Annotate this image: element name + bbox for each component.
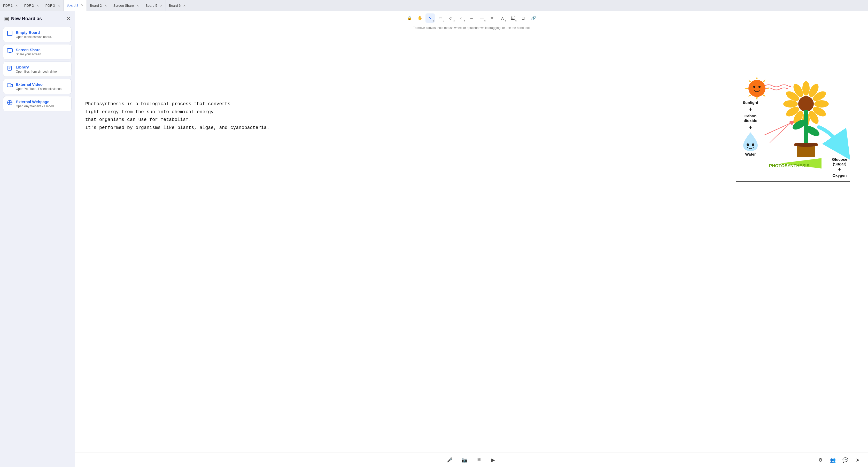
svg-point-15 [758,86,761,88]
toolbar-hint: To move canvas, hold mouse wheel or spac… [75,25,868,30]
empty-board-title: Empty Board [16,30,52,35]
tool-arrow[interactable]: → [467,13,476,23]
tool-select[interactable]: ↖1 [426,13,435,23]
tab-board1[interactable]: Board 1✕ [64,0,87,11]
tab-close-pdf2[interactable]: ✕ [36,4,39,7]
tool-line[interactable]: —5 [477,13,487,23]
text-icon: A [501,16,504,21]
sidebar-header-left: ▣ New Board as [4,16,42,22]
rectangle-shortcut: 2 [443,19,444,22]
svg-text:dioxide: dioxide [744,118,757,123]
tab-close-pdf3[interactable]: ✕ [58,4,60,7]
svg-rect-1 [7,49,12,52]
tab-label-pdf1: PDF 1 [3,4,13,7]
circle-icon: ○ [460,16,462,21]
tab-label-pdf2: PDF 2 [24,4,34,7]
tab-label-board1: Board 1 [67,3,79,7]
tab-close-board6[interactable]: ✕ [183,4,186,7]
sidebar-item-library[interactable]: LibraryOpen files from simpech drive. [3,61,71,77]
external-video-desc: Open YouTube, Facebook videos [16,87,61,91]
svg-text:+: + [749,124,752,130]
external-webpage-title: External Webpage [16,99,54,104]
tab-close-board5[interactable]: ✕ [160,4,162,7]
eraser-icon: ◻ [522,16,525,21]
library-title: Library [16,65,58,69]
svg-marker-10 [748,94,751,98]
tool-link[interactable]: 🔗 [529,13,538,23]
svg-rect-0 [7,31,12,36]
tab-pdf3[interactable]: PDF 3✕ [42,0,64,11]
screen-share-button[interactable]: 🖥 [473,455,484,465]
tab-board6[interactable]: Board 6✕ [166,0,189,11]
svg-marker-24 [788,85,792,87]
sidebar-item-external-video[interactable]: External VideoOpen YouTube, Facebook vid… [3,79,71,94]
tab-bar: PDF 1✕PDF 2✕PDF 3✕Board 1✕Board 2✕Screen… [0,0,868,11]
svg-marker-5 [756,76,758,79]
chat-button[interactable]: 💬 [840,455,850,465]
record-button[interactable]: ▶ [488,455,498,465]
screen-share-icon [7,48,13,55]
tab-close-pdf1[interactable]: ✕ [15,4,18,7]
sidebar: ▣ New Board as ✕ Empty BoardOpen blank c… [0,11,75,467]
sidebar-header: ▣ New Board as ✕ [3,16,71,22]
svg-point-38 [783,100,798,108]
tab-label-pdf3: PDF 3 [45,4,55,7]
tab-screenshare[interactable]: Screen Share✕ [110,0,143,11]
svg-point-29 [802,81,810,96]
diamond-icon: ◇ [449,16,452,21]
mic-button[interactable]: 🎤 [444,455,455,465]
sidebar-item-external-webpage[interactable]: External WebpageOpen Any Website / Embed [3,96,71,111]
text-shortcut: 6 [505,19,506,22]
select-shortcut: 1 [433,19,434,22]
sidebar-item-empty-board[interactable]: Empty BoardOpen blank canvas board. [3,27,71,42]
tool-hand[interactable]: ✋ [415,13,425,23]
diamond-shortcut: 3 [454,19,455,22]
empty-board-desc: Open blank canvas board. [16,35,52,39]
photosynthesis-diagram: Sunlight + Cabon dioxide + [734,70,852,184]
canvas-content[interactable]: Photosynthesis is a biological process t… [75,30,868,453]
tab-close-board2[interactable]: ✕ [104,4,107,7]
exit-button[interactable]: ➤ [852,455,863,465]
sidebar-item-screen-share[interactable]: Screen ShareShare your screen [3,44,71,59]
tab-label-board5: Board 5 [146,4,157,7]
tab-more-button[interactable]: ⋮ [189,0,199,11]
empty-board-icon [7,30,13,37]
select-icon: ↖ [429,16,432,21]
sidebar-close-button[interactable]: ✕ [67,16,70,22]
people-button[interactable]: 👥 [828,455,838,465]
tool-pen[interactable]: ✏ [488,13,497,23]
svg-point-13 [748,80,766,97]
tab-pdf2[interactable]: PDF 2✕ [21,0,42,11]
image-shortcut: 5 [516,19,517,22]
svg-rect-2 [8,66,11,70]
external-webpage-text: External WebpageOpen Any Website / Embed [16,99,54,108]
camera-button[interactable]: 📷 [459,455,469,465]
tool-text[interactable]: A6 [498,13,507,23]
screen-share-text: Screen ShareShare your screen [16,48,41,56]
tab-close-board1[interactable]: ✕ [81,4,84,7]
tab-pdf1[interactable]: PDF 1✕ [0,0,21,11]
tool-rectangle[interactable]: ▭2 [436,13,445,23]
settings-button[interactable]: ⚙ [815,455,826,465]
tab-board2[interactable]: Board 2✕ [87,0,110,11]
svg-point-41 [798,96,814,112]
tool-image[interactable]: 🖼5 [508,13,518,23]
bottom-bar: 🎤 📷 🖥 ▶ ⚙ 👥 💬 ➤ [75,453,868,467]
tab-close-screenshare[interactable]: ✕ [136,4,139,7]
tool-diamond[interactable]: ◇3 [446,13,456,23]
tool-lock[interactable]: 🔒 [405,13,414,23]
canvas-annotation-text: Photosynthesis is a biological process t… [85,100,270,132]
tool-eraser[interactable]: ◻ [519,13,528,23]
svg-marker-12 [748,79,751,83]
board-icon: ▣ [4,16,9,22]
canvas-area: 🔒✋↖1▭2◇3○4→—5✏A6🖼5◻🔗 To move canvas, hol… [75,11,868,467]
svg-text:(Sugar): (Sugar) [833,162,846,166]
tab-board5[interactable]: Board 5✕ [142,0,166,11]
svg-rect-3 [7,84,11,87]
tool-circle[interactable]: ○4 [457,13,466,23]
sidebar-title: New Board as [11,16,42,22]
svg-point-47 [795,143,817,147]
svg-text:Sunlight: Sunlight [743,100,758,105]
tab-label-screenshare: Screen Share [114,4,134,7]
lock-icon: 🔒 [407,16,412,21]
